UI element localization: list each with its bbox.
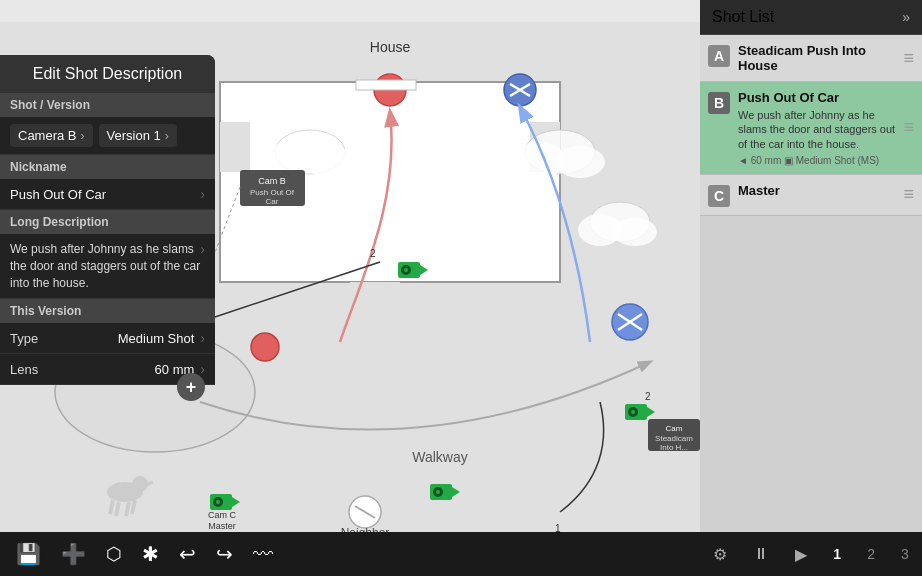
svg-point-33 <box>251 333 279 361</box>
svg-rect-2 <box>220 122 250 172</box>
svg-point-54 <box>631 410 635 414</box>
settings-icon[interactable]: ⚙ <box>713 545 727 564</box>
lens-label: Lens <box>10 362 155 377</box>
svg-text:2: 2 <box>370 248 376 259</box>
shot-version-row[interactable]: Camera B › Version 1 › <box>0 117 215 155</box>
type-row[interactable]: Type Medium Shot › <box>0 323 215 354</box>
svg-point-14 <box>613 218 657 246</box>
version-select-button[interactable]: Version 1 › <box>99 124 177 147</box>
svg-point-50 <box>216 500 220 504</box>
shot-letter-c: C <box>708 185 730 207</box>
lens-chevron-icon: › <box>200 361 205 377</box>
version-value: Version 1 <box>107 128 161 143</box>
shot-list-panel: Shot List » A Steadicam Push Into House … <box>700 0 922 576</box>
star-icon[interactable]: ✱ <box>142 542 159 566</box>
type-value: Medium Shot <box>118 331 195 346</box>
shot-item-a[interactable]: A Steadicam Push Into House ≡ <box>700 35 922 82</box>
expand-icon[interactable]: » <box>902 9 910 25</box>
svg-text:Steadicam: Steadicam <box>655 434 693 443</box>
page-1-button[interactable]: 1 <box>833 546 841 562</box>
shot-version-header: Shot / Version <box>0 93 215 117</box>
svg-point-58 <box>436 490 440 494</box>
shot-title-a: Steadicam Push Into House <box>738 43 899 73</box>
shot-content-b: Push Out Of Car We push after Johnny as … <box>738 90 899 166</box>
svg-text:2: 2 <box>645 391 651 402</box>
save-icon[interactable]: 💾 <box>16 542 41 566</box>
shot-meta-b: ◄ 60 mm ▣ Medium Shot (MS) <box>738 155 899 166</box>
edit-panel: Edit Shot Description Shot / Version Cam… <box>0 55 215 385</box>
svg-text:Master: Master <box>208 521 236 531</box>
nickname-chevron-icon: › <box>200 186 205 202</box>
type-chevron-icon: › <box>200 330 205 346</box>
play-icon[interactable]: ▶ <box>795 545 807 564</box>
page-3-button[interactable]: 3 <box>901 546 909 562</box>
pen-icon[interactable]: 〰 <box>253 543 273 566</box>
long-desc-value: We push after Johnny as he slams the doo… <box>10 241 200 291</box>
pause-icon[interactable]: ⏸ <box>753 545 769 563</box>
svg-point-11 <box>555 146 605 178</box>
toolbar-left: 💾 ➕ ⬡ ✱ ↩ ↪ 〰 <box>16 542 273 566</box>
svg-rect-72 <box>356 80 416 90</box>
toolbar-right: ⚙ ⏸ ▶ 1 2 3 <box>700 532 922 576</box>
svg-text:Push Out Of: Push Out Of <box>250 188 295 197</box>
shot-desc-b: We push after Johnny as he slams the doo… <box>738 108 899 151</box>
this-version-header: This Version <box>0 299 215 323</box>
long-desc-chevron-icon: › <box>200 241 205 257</box>
shot-item-b[interactable]: B Push Out Of Car We push after Johnny a… <box>700 82 922 175</box>
nickname-row[interactable]: Push Out Of Car › <box>0 179 215 210</box>
svg-point-8 <box>305 146 355 178</box>
long-desc-row[interactable]: We push after Johnny as he slams the doo… <box>0 234 215 299</box>
shot-title-b: Push Out Of Car <box>738 90 899 105</box>
undo-icon[interactable]: ↩ <box>179 542 196 566</box>
long-desc-header: Long Description <box>0 210 215 234</box>
shot-item-c[interactable]: C Master ≡ <box>700 175 922 216</box>
svg-text:Cam: Cam <box>666 424 683 433</box>
camera-value: Camera B <box>18 128 77 143</box>
camera-select-button[interactable]: Camera B › <box>10 124 93 147</box>
svg-rect-73 <box>640 132 652 187</box>
svg-text:Car: Car <box>266 197 279 206</box>
nickname-header: Nickname <box>0 155 215 179</box>
shot-list-items: A Steadicam Push Into House ≡ B Push Out… <box>700 35 922 576</box>
map-area: House <box>0 0 700 576</box>
drag-handle-c[interactable]: ≡ <box>903 184 914 205</box>
version-chevron-icon: › <box>165 129 169 143</box>
redo-icon[interactable]: ↪ <box>216 542 233 566</box>
type-label: Type <box>10 331 118 346</box>
svg-text:Cam C: Cam C <box>208 510 237 520</box>
shot-list-header: Shot List » <box>700 0 922 35</box>
edit-panel-title: Edit Shot Description <box>33 65 182 82</box>
shot-content-a: Steadicam Push Into House <box>738 43 899 73</box>
add-icon[interactable]: ➕ <box>61 542 86 566</box>
drag-handle-a[interactable]: ≡ <box>903 48 914 69</box>
svg-text:Walkway: Walkway <box>412 449 468 465</box>
svg-text:Into H...: Into H... <box>660 443 688 452</box>
svg-point-46 <box>404 268 408 272</box>
page-2-button[interactable]: 2 <box>867 546 875 562</box>
shot-content-c: Master <box>738 183 899 198</box>
shot-list-title: Shot List <box>712 8 774 26</box>
drag-handle-b[interactable]: ≡ <box>903 117 914 138</box>
shot-title-c: Master <box>738 183 899 198</box>
edit-panel-header: Edit Shot Description <box>0 55 215 93</box>
camera-chevron-icon: › <box>81 129 85 143</box>
app: House <box>0 0 922 576</box>
nickname-value: Push Out Of Car <box>10 187 200 202</box>
toolbar: 💾 ➕ ⬡ ✱ ↩ ↪ 〰 <box>0 532 700 576</box>
svg-text:House: House <box>370 39 411 55</box>
svg-text:Cam B: Cam B <box>258 176 286 186</box>
shot-letter-a: A <box>708 45 730 67</box>
layers-icon[interactable]: ⬡ <box>106 543 122 565</box>
shot-letter-b: B <box>708 92 730 114</box>
